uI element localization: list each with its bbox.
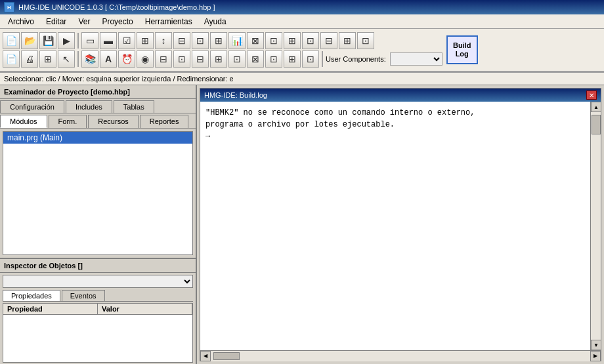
right-panel: HMG-IDE: Build.log ✕ "HBMK2" no se recon… [197,85,604,364]
toolbar-run-btn[interactable]: ▶ [58,32,75,49]
toolbar-main-section: 📄 📂 💾 ▶ ▭ ▬ ☑ ⊞ ↕ ⊟ ⊡ ⊞ 📊 ⊠ ⊡ ⊞ ⊡ ⊟ ⊞ ⊡ … [3,32,442,68]
tab-tablas[interactable]: Tablas [114,100,154,113]
tab-reportes[interactable]: Reportes [140,115,189,128]
project-content: main.prg (Main) [3,131,193,255]
menu-archivo[interactable]: Archivo [3,16,39,28]
inspector-tab-eventos[interactable]: Eventos [62,290,105,301]
project-tabs-row2: Módulos Form. Recursos Reportes [0,113,196,129]
menu-editar[interactable]: Editar [41,16,72,28]
scroll-down-arrow[interactable]: ▼ [591,340,601,350]
object-inspector: Inspector de Objetos [] Propiedades Even… [0,259,196,364]
toolbar-btn-r1-10[interactable]: ⊠ [247,32,264,49]
project-list-item-main[interactable]: main.prg (Main) [3,132,192,144]
toolbar-btn-r1-12[interactable]: ⊞ [284,32,301,49]
toolbar-btn-r1-8[interactable]: ⊞ [210,32,227,49]
toolbar-btn-r1-7[interactable]: ⊡ [192,32,209,49]
sep1 [77,33,79,49]
menu-bar: Archivo Editar Ver Proyecto Herramientas… [0,14,604,29]
toolbar-row2: 📄 🖨 ⊞ ↖ 📚 A ⏰ ◉ ⊟ ⊡ ⊟ ⊞ ⊡ ⊠ ⊡ ⊞ ⊡ User C… [3,51,442,68]
tab-recursos[interactable]: Recursos [88,115,138,128]
toolbar: 📄 📂 💾 ▶ ▭ ▬ ☑ ⊞ ↕ ⊟ ⊡ ⊞ 📊 ⊠ ⊡ ⊞ ⊡ ⊟ ⊞ ⊡ … [0,29,604,72]
menu-ver[interactable]: Ver [73,16,95,28]
toolbar-btn-r2-5[interactable]: A [100,51,117,68]
toolbar-btn-r1-14[interactable]: ⊟ [320,32,337,49]
status-bar: Seleccionar: clic / Mover: esquina super… [0,72,604,85]
project-tabs-row1: Configuración Includes Tablas [0,99,196,113]
title-bar: H HMG-IDE UNICODE 1.0.3 [ C:\Temp\toolti… [0,0,604,14]
toolbar-btn-r2-10[interactable]: ⊟ [192,51,209,68]
toolbar-btn-r2-1[interactable]: 📄 [3,51,20,68]
toolbar-btn-r2-6[interactable]: ⏰ [118,51,135,68]
inspector-table-header: Propiedad Valor [3,304,192,315]
build-log-window-title: HMG-IDE: Build.log [204,91,267,99]
build-log-button-label: BuildLog [453,41,471,58]
app-icon: H [4,2,14,12]
project-explorer-title: Examinador de Proyecto [demo.hbp] [4,88,130,96]
scroll-thumb[interactable] [592,115,601,134]
scroll-h-track [211,351,590,361]
toolbar-btn-r1-1[interactable]: ▭ [81,32,98,49]
tab-configuracion[interactable]: Configuración [0,100,64,113]
toolbar-btn-r1-16[interactable]: ⊡ [357,32,374,49]
toolbar-new-btn[interactable]: 📄 [3,32,20,49]
inspector-table: Propiedad Valor [3,303,193,363]
object-inspector-select[interactable] [3,275,193,288]
build-log-close-btn[interactable]: ✕ [586,91,597,100]
toolbar-btn-r1-15[interactable]: ⊞ [339,32,356,49]
inspector-tab-propiedades[interactable]: Propiedades [3,290,60,301]
toolbar-open-btn[interactable]: 📂 [21,32,38,49]
build-log-button[interactable]: BuildLog [446,35,478,64]
sep2 [77,51,79,67]
toolbar-btn-r2-7[interactable]: ◉ [137,51,154,68]
toolbar-btn-r1-6[interactable]: ⊟ [173,32,190,49]
menu-proyecto[interactable]: Proyecto [97,16,138,28]
menu-herramientas[interactable]: Herramientas [140,16,198,28]
scroll-right-arrow[interactable]: ▶ [590,351,601,361]
toolbar-btn-r1-9[interactable]: 📊 [228,32,246,49]
build-log-content: "HBMK2" no se reconoce como un comando i… [200,102,590,350]
toolbar-btn-r1-5[interactable]: ↕ [155,32,172,49]
toolbar-btn-r2-16[interactable]: ⊡ [302,51,319,68]
scroll-left-arrow[interactable]: ◀ [200,351,211,361]
toolbar-btn-r2-9[interactable]: ⊡ [173,51,190,68]
left-panel: Examinador de Proyecto [demo.hbp] Config… [0,85,197,364]
project-explorer: Examinador de Proyecto [demo.hbp] Config… [0,85,196,259]
tab-includes[interactable]: Includes [66,100,112,113]
tab-form[interactable]: Form. [49,115,87,128]
toolbar-btn-r2-12[interactable]: ⊡ [228,51,246,68]
inspector-col-propiedad: Propiedad [3,304,98,314]
main-area: Examinador de Proyecto [demo.hbp] Config… [0,85,604,364]
toolbar-btn-r1-13[interactable]: ⊡ [302,32,319,49]
scroll-up-arrow[interactable]: ▲ [591,102,601,112]
inspector-tabs: Propiedades Eventos [3,290,193,302]
toolbar-btn-r2-2[interactable]: 🖨 [21,51,38,68]
toolbar-btn-r1-3[interactable]: ☑ [118,32,135,49]
toolbar-btn-r1-2[interactable]: ▬ [100,32,117,49]
title-text: HMG-IDE UNICODE 1.0.3 [ C:\Temp\tooltipi… [18,3,215,11]
object-inspector-header: Inspector de Objetos [] [0,259,196,273]
project-explorer-header: Examinador de Proyecto [demo.hbp] [0,85,196,99]
toolbar-btn-r2-8[interactable]: ⊟ [155,51,172,68]
toolbar-cursor-btn[interactable]: ↖ [58,51,75,68]
toolbar-save-btn[interactable]: 💾 [39,32,56,49]
menu-ayuda[interactable]: Ayuda [199,16,232,28]
build-log-btn-container: BuildLog [446,35,478,64]
toolbar-btn-r1-11[interactable]: ⊡ [265,32,282,49]
toolbar-btn-r2-11[interactable]: ⊞ [210,51,227,68]
object-inspector-title: Inspector de Objetos [] [4,262,83,270]
toolbar-btn-r1-4[interactable]: ⊞ [137,32,154,49]
build-log-horizontal-scrollbar[interactable]: ◀ ▶ [200,350,601,361]
build-log-window: HMG-IDE: Build.log ✕ "HBMK2" no se recon… [200,88,601,361]
user-components-select[interactable] [390,52,442,66]
scroll-track [591,112,601,340]
toolbar-btn-r2-13[interactable]: ⊠ [247,51,264,68]
scroll-h-thumb[interactable] [213,352,240,360]
status-text: Seleccionar: clic / Mover: esquina super… [4,75,234,83]
toolbar-btn-r2-15[interactable]: ⊞ [284,51,301,68]
tab-modulos[interactable]: Módulos [0,115,47,128]
toolbar-btn-r2-14[interactable]: ⊡ [265,51,282,68]
build-log-vertical-scrollbar[interactable]: ▲ ▼ [590,102,601,350]
toolbar-btn-r2-3[interactable]: ⊞ [39,51,56,68]
sep3 [322,51,323,67]
toolbar-btn-r2-4[interactable]: 📚 [81,51,98,68]
